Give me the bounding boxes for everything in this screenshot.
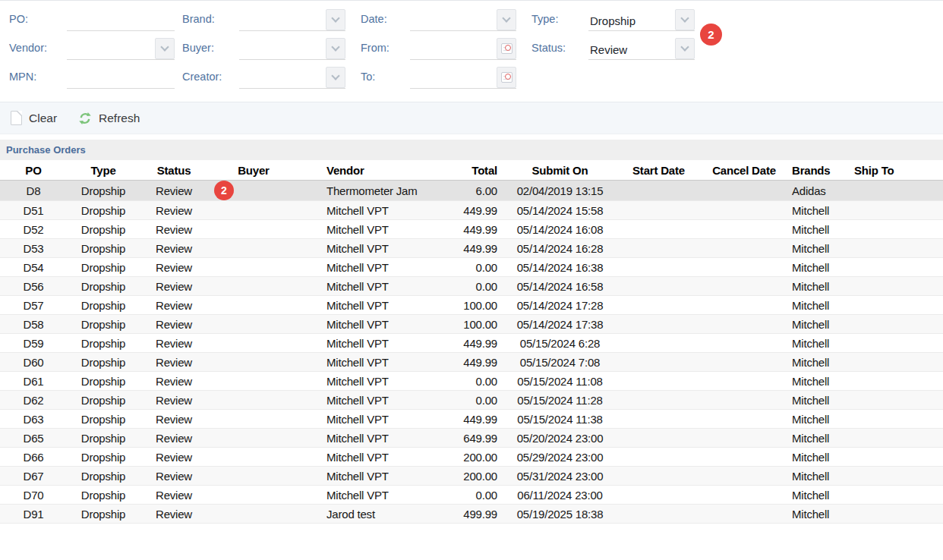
cell-po: D67 — [0, 467, 67, 486]
cell-total: 449.99 — [437, 220, 505, 239]
cell-po: D63 — [0, 410, 67, 429]
cell-type: Dropship — [67, 505, 140, 524]
cell-buyer — [208, 391, 299, 410]
mpn-label: MPN: — [9, 71, 36, 83]
date-combo — [410, 12, 516, 31]
cell-cancel_date — [702, 220, 786, 239]
cell-type: Dropship — [67, 201, 140, 220]
page-title: Purchase Orders — [6, 144, 86, 156]
refresh-button[interactable]: Refresh — [78, 112, 140, 125]
cell-type: Dropship — [67, 410, 140, 429]
cell-status: Review — [140, 258, 208, 277]
table-row[interactable]: D56DropshipReviewMitchell VPT0.0005/14/2… — [0, 277, 943, 296]
cell-submit_on: 05/19/2025 18:38 — [505, 505, 615, 524]
status-dropdown-trigger[interactable] — [675, 38, 695, 59]
table-row[interactable]: D51DropshipReviewMitchell VPT449.9905/14… — [0, 201, 943, 220]
column-header-type[interactable]: Type — [67, 160, 140, 181]
cell-vendor: Mitchell VPT — [299, 353, 437, 372]
column-header-ship_to[interactable]: Ship To — [853, 160, 943, 181]
table-row[interactable]: D61DropshipReviewMitchell VPT0.0005/15/2… — [0, 372, 943, 391]
cell-ship_to — [853, 296, 943, 315]
po-label: PO: — [9, 13, 28, 25]
table-row[interactable]: D53DropshipReviewMitchell VPT449.9905/14… — [0, 239, 943, 258]
table-row[interactable]: D60DropshipReviewMitchell VPT449.9905/15… — [0, 353, 943, 372]
cell-vendor: Mitchell VPT — [299, 258, 437, 277]
table-row[interactable]: D52DropshipReviewMitchell VPT449.9905/14… — [0, 220, 943, 239]
clear-button[interactable]: Clear — [11, 111, 57, 125]
table-row[interactable]: D54DropshipReviewMitchell VPT0.0005/14/2… — [0, 258, 943, 277]
cell-submit_on: 02/04/2019 13:15 — [505, 181, 615, 201]
cell-submit_on: 05/14/2024 16:08 — [505, 220, 615, 239]
from-calendar-trigger[interactable] — [497, 38, 516, 59]
cell-type: Dropship — [67, 353, 140, 372]
column-header-brands[interactable]: Brands — [786, 160, 853, 181]
buyer-combo — [239, 41, 345, 60]
column-header-start_date[interactable]: Start Date — [615, 160, 702, 181]
cell-vendor: Mitchell VPT — [299, 296, 437, 315]
cell-status: Review — [140, 467, 208, 486]
cell-po: D54 — [0, 258, 67, 277]
table-row[interactable]: D63DropshipReviewMitchell VPT449.9905/15… — [0, 410, 943, 429]
column-header-status[interactable]: Status — [140, 160, 208, 181]
type-dropdown-trigger[interactable] — [675, 9, 695, 30]
cell-vendor: Mitchell VPT — [299, 220, 437, 239]
mpn-input[interactable] — [67, 70, 175, 88]
brand-dropdown-trigger[interactable] — [326, 9, 345, 30]
table-row[interactable]: D62DropshipReviewMitchell VPT0.0005/15/2… — [0, 391, 943, 410]
table-header-row: POTypeStatusBuyerVendorTotalSubmit OnSta… — [0, 160, 943, 181]
cell-brands: Mitchell — [786, 486, 853, 505]
table-row[interactable]: D8DropshipReview2Thermometer Jam6.0002/0… — [0, 181, 943, 201]
cell-ship_to — [853, 258, 943, 277]
column-header-vendor[interactable]: Vendor — [299, 160, 437, 181]
cell-submit_on: 05/15/2024 11:28 — [505, 391, 615, 410]
cell-buyer — [208, 372, 299, 391]
cell-po: D58 — [0, 315, 67, 334]
cell-total: 449.99 — [437, 201, 505, 220]
buyer-label: Buyer: — [182, 42, 214, 54]
column-header-total[interactable]: Total — [437, 160, 505, 181]
creator-dropdown-trigger[interactable] — [326, 67, 345, 88]
cell-submit_on: 05/14/2024 16:58 — [505, 277, 615, 296]
cell-cancel_date — [702, 315, 786, 334]
cell-total: 0.00 — [437, 258, 505, 277]
table-body: D8DropshipReview2Thermometer Jam6.0002/0… — [0, 181, 943, 524]
table-row[interactable]: D58DropshipReviewMitchell VPT100.0005/14… — [0, 315, 943, 334]
table-row[interactable]: D70DropshipReviewMitchell VPT0.0006/11/2… — [0, 486, 943, 505]
cell-ship_to — [853, 334, 943, 353]
column-header-buyer[interactable]: Buyer — [208, 160, 299, 181]
cell-brands: Mitchell — [786, 277, 853, 296]
cell-po: D91 — [0, 505, 67, 524]
table-row[interactable]: D59DropshipReviewMitchell VPT449.9905/15… — [0, 334, 943, 353]
cell-status: Review — [140, 315, 208, 334]
vendor-dropdown-trigger[interactable] — [155, 38, 175, 59]
cell-buyer — [208, 220, 299, 239]
table-row[interactable]: D57DropshipReviewMitchell VPT100.0005/14… — [0, 296, 943, 315]
column-header-po[interactable]: PO — [0, 160, 67, 181]
cell-start_date — [615, 201, 702, 220]
purchase-orders-table: POTypeStatusBuyerVendorTotalSubmit OnSta… — [0, 160, 943, 524]
cell-vendor: Mitchell VPT — [299, 391, 437, 410]
chevron-down-icon — [502, 14, 510, 22]
cell-ship_to — [853, 505, 943, 524]
column-header-cancel_date[interactable]: Cancel Date — [702, 160, 786, 181]
po-input[interactable] — [67, 12, 175, 30]
cell-type: Dropship — [67, 258, 140, 277]
to-calendar-trigger[interactable] — [497, 67, 516, 88]
cell-buyer — [208, 448, 299, 467]
table-row[interactable]: D66DropshipReviewMitchell VPT200.0005/29… — [0, 448, 943, 467]
date-dropdown-trigger[interactable] — [497, 9, 516, 30]
cell-buyer — [208, 334, 299, 353]
vendor-combo — [67, 41, 175, 60]
table-row[interactable]: D91DropshipReviewJarod test499.9905/19/2… — [0, 505, 943, 524]
cell-total: 200.00 — [437, 448, 505, 467]
cell-cancel_date — [702, 429, 786, 448]
notification-badge: 2 — [214, 181, 234, 200]
cell-start_date — [615, 220, 702, 239]
table-row[interactable]: D65DropshipReviewMitchell VPT649.9905/20… — [0, 429, 943, 448]
column-header-submit_on[interactable]: Submit On — [505, 160, 615, 181]
cell-ship_to — [853, 448, 943, 467]
table-row[interactable]: D67DropshipReviewMitchell VPT200.0005/31… — [0, 467, 943, 486]
cell-total: 449.99 — [437, 334, 505, 353]
buyer-dropdown-trigger[interactable] — [326, 38, 345, 59]
cell-status: Review — [140, 391, 208, 410]
